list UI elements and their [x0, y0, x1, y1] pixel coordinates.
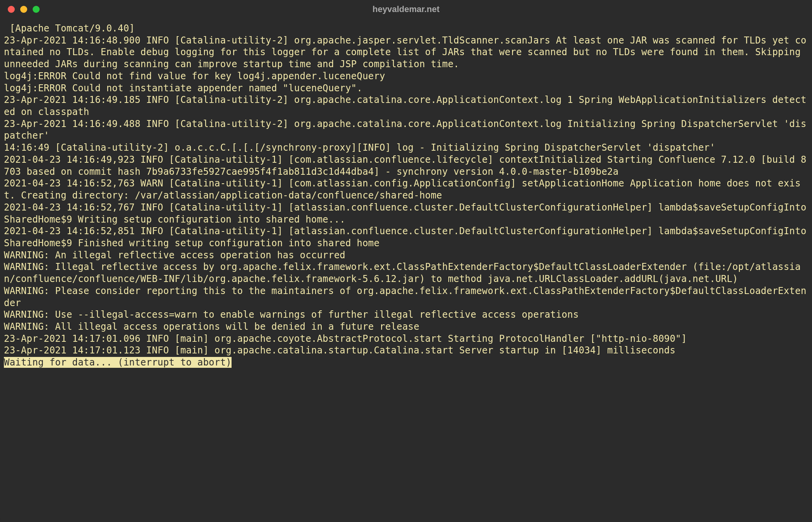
titlebar: heyvaldemar.net: [0, 0, 812, 19]
traffic-lights: [8, 6, 40, 13]
window-title: heyvaldemar.net: [373, 4, 439, 14]
log-lines: [Apache Tomcat/9.0.40] 23-Apr-2021 14:16…: [4, 23, 807, 356]
terminal-window: heyvaldemar.net [Apache Tomcat/9.0.40] 2…: [0, 0, 812, 522]
close-button[interactable]: [8, 6, 15, 13]
prompt-line: Waiting for data... (interrupt to abort): [4, 357, 232, 368]
maximize-button[interactable]: [33, 6, 40, 13]
minimize-button[interactable]: [20, 6, 27, 13]
terminal-output[interactable]: [Apache Tomcat/9.0.40] 23-Apr-2021 14:16…: [0, 19, 812, 522]
